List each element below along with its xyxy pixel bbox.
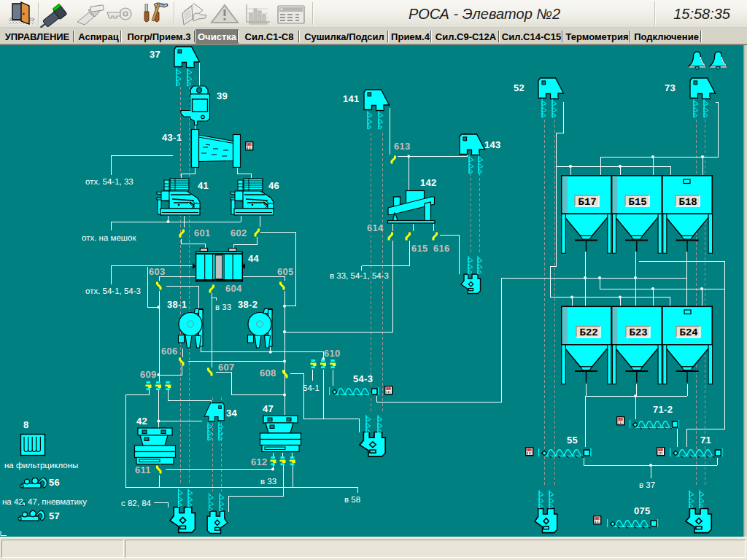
svg-text:615: 615	[411, 243, 428, 254]
svg-text:52: 52	[514, 82, 525, 93]
svg-text:с 82, 84: с 82, 84	[121, 499, 152, 508]
svg-text:в 33: в 33	[260, 478, 276, 486]
svg-text:43-1: 43-1	[162, 132, 182, 143]
svg-text:отх. 54-1, 33: отх. 54-1, 33	[85, 178, 133, 187]
svg-text:Б18: Б18	[679, 197, 697, 209]
svg-text:отх. на мешок: отх. на мешок	[82, 234, 136, 243]
svg-text:609: 609	[140, 369, 157, 380]
svg-text:34: 34	[226, 408, 238, 419]
svg-text:в 33: в 33	[215, 303, 231, 312]
svg-text:614: 614	[367, 222, 384, 233]
svg-text:отх. 54-1, 54-3: отх. 54-1, 54-3	[85, 287, 141, 296]
svg-text:143: 143	[484, 139, 501, 150]
svg-text:611: 611	[135, 464, 151, 475]
svg-text:47: 47	[263, 403, 274, 414]
svg-text:44: 44	[248, 253, 260, 264]
svg-text:610: 610	[324, 348, 341, 359]
svg-text:Б22: Б22	[580, 327, 598, 339]
svg-text:141: 141	[343, 93, 360, 104]
svg-text:71-2: 71-2	[653, 404, 673, 415]
svg-text:Б23: Б23	[630, 327, 648, 339]
svg-text:605: 605	[277, 266, 294, 277]
svg-text:8: 8	[23, 419, 29, 430]
svg-text:в 33, 54-1, 54-3: в 33, 54-1, 54-3	[330, 272, 389, 281]
svg-text:602: 602	[231, 228, 247, 238]
svg-text:603: 603	[149, 266, 166, 277]
svg-text:604: 604	[225, 283, 242, 294]
svg-text:39: 39	[217, 90, 228, 101]
svg-text:в 58: в 58	[344, 496, 360, 505]
svg-text:71: 71	[700, 435, 711, 446]
svg-text:608: 608	[260, 368, 276, 378]
svg-text:613: 613	[394, 141, 411, 152]
svg-text:607: 607	[218, 362, 235, 373]
svg-text:612: 612	[251, 456, 268, 467]
svg-text:55: 55	[567, 435, 578, 446]
svg-text:Б24: Б24	[680, 327, 698, 339]
svg-text:57: 57	[49, 510, 60, 521]
svg-text:56: 56	[49, 477, 60, 488]
svg-text:Б15: Б15	[629, 197, 647, 209]
svg-text:42: 42	[136, 416, 147, 427]
svg-text:54-1: 54-1	[303, 384, 320, 393]
svg-text:Б17: Б17	[578, 197, 597, 209]
svg-text:075: 075	[634, 505, 651, 516]
svg-text:46: 46	[268, 180, 279, 191]
svg-text:на 42, 47, пневматику: на 42, 47, пневматику	[2, 498, 87, 507]
svg-text:на фильтрциклоны: на фильтрциклоны	[4, 462, 78, 470]
svg-text:606: 606	[161, 346, 178, 357]
svg-text:142: 142	[420, 177, 437, 188]
svg-text:38-1: 38-1	[167, 299, 187, 310]
svg-text:601: 601	[194, 228, 211, 238]
svg-text:38-2: 38-2	[238, 299, 258, 310]
svg-text:41: 41	[198, 180, 209, 191]
svg-text:73: 73	[665, 82, 676, 93]
svg-text:в 37: в 37	[639, 481, 655, 490]
svg-text:616: 616	[433, 243, 450, 254]
svg-text:37: 37	[150, 49, 160, 60]
svg-text:54-3: 54-3	[353, 373, 373, 384]
